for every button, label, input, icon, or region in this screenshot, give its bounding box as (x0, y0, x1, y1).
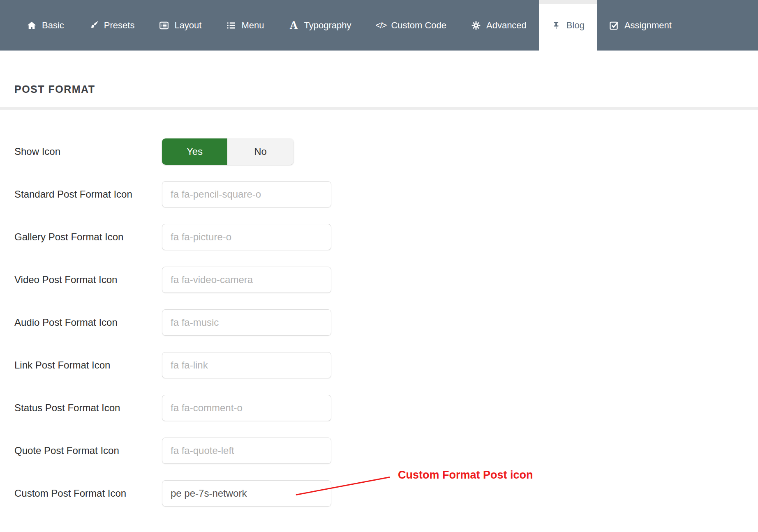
tab-presets[interactable]: Presets (76, 0, 147, 51)
tab-label: Blog (566, 21, 585, 30)
quote-icon-input[interactable] (162, 438, 331, 464)
tab-label: Layout (174, 21, 201, 30)
field-label: Audio Post Format Icon (14, 317, 162, 328)
status-icon-row: Status Post Format Icon (14, 395, 758, 421)
link-icon-row: Link Post Format Icon (14, 352, 758, 378)
show-icon-label: Show Icon (14, 146, 162, 157)
section-header: POST FORMAT (0, 51, 758, 110)
annotation-label: Custom Format Post icon (398, 469, 533, 481)
page-title: POST FORMAT (14, 83, 758, 95)
status-icon-input[interactable] (162, 395, 331, 421)
tab-label: Presets (104, 21, 135, 30)
tab-custom-code[interactable]: </> Custom Code (363, 0, 459, 51)
audio-icon-input[interactable] (162, 309, 331, 336)
field-label: Link Post Format Icon (14, 359, 162, 371)
check-square-icon (609, 21, 619, 30)
blog-settings-page: Basic Presets Layout Menu A Typography < (0, 0, 758, 532)
layout-icon (159, 21, 169, 30)
quote-icon-row: Quote Post Format Icon (14, 438, 758, 464)
code-icon: </> (376, 21, 386, 30)
tab-label: Assignment (624, 21, 672, 30)
tab-typography[interactable]: A Typography (277, 0, 364, 51)
field-label: Custom Post Format Icon (14, 488, 162, 499)
post-format-form: Show Icon Yes No Standard Post Format Ic… (0, 110, 758, 507)
tab-label: Custom Code (391, 21, 446, 30)
link-icon-input[interactable] (162, 352, 331, 378)
tab-label: Basic (42, 21, 64, 30)
tab-layout[interactable]: Layout (147, 0, 214, 51)
settings-tab-bar: Basic Presets Layout Menu A Typography < (0, 0, 758, 51)
field-label: Quote Post Format Icon (14, 445, 162, 456)
video-icon-input[interactable] (162, 267, 331, 293)
show-icon-no-button[interactable]: No (227, 138, 293, 165)
home-icon (27, 21, 37, 30)
custom-icon-row: Custom Post Format Icon (14, 480, 758, 507)
show-icon-row: Show Icon Yes No (14, 138, 758, 165)
tab-menu[interactable]: Menu (214, 0, 276, 51)
paintbrush-icon (89, 21, 99, 30)
typography-icon: A (289, 21, 299, 30)
gallery-icon-row: Gallery Post Format Icon (14, 224, 758, 250)
pin-icon (551, 21, 561, 30)
field-label: Status Post Format Icon (14, 402, 162, 414)
field-label: Standard Post Format Icon (14, 189, 162, 200)
field-label: Video Post Format Icon (14, 274, 162, 286)
audio-icon-row: Audio Post Format Icon (14, 309, 758, 336)
tab-assignment[interactable]: Assignment (597, 0, 684, 51)
gear-icon (471, 21, 481, 30)
tab-label: Typography (304, 21, 351, 30)
gallery-icon-input[interactable] (162, 224, 331, 250)
show-icon-toggle: Yes No (162, 138, 293, 165)
standard-icon-input[interactable] (162, 181, 331, 207)
tab-blog[interactable]: Blog (539, 0, 597, 51)
tab-advanced[interactable]: Advanced (459, 0, 539, 51)
video-icon-row: Video Post Format Icon (14, 267, 758, 293)
field-label: Gallery Post Format Icon (14, 231, 162, 243)
tab-label: Menu (241, 21, 264, 30)
tab-label: Advanced (486, 21, 527, 30)
show-icon-yes-button[interactable]: Yes (162, 138, 227, 165)
standard-icon-row: Standard Post Format Icon (14, 181, 758, 207)
menu-list-icon (226, 21, 236, 30)
tab-basic[interactable]: Basic (14, 0, 76, 51)
